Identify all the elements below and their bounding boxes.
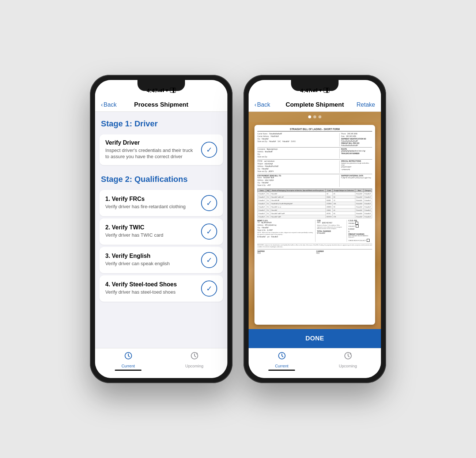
tab-current-right[interactable]: Current [249, 351, 315, 371]
verify-english-title: 3. Verify English [105, 253, 170, 259]
stage2-title: Stage 2: Qualifications [101, 175, 188, 184]
status-bar-left: 4:47 ▾ ▐ [138, 80, 184, 96]
verify-shoes-check[interactable]: ✓ [201, 280, 217, 297]
nav-bar-left: ‹ Back Process Shipment [95, 98, 227, 112]
back-button-right[interactable]: ‹ Back [254, 102, 270, 108]
tab-bar-left: Current Upcoming [95, 348, 227, 378]
verify-twic-check[interactable]: ✓ [201, 224, 217, 240]
tab-upcoming-label-left: Upcoming [185, 364, 204, 368]
done-button[interactable]: DONE [249, 329, 381, 348]
verify-frcs-card[interactable]: 1. Verify FRCs Verify driver has fire-re… [99, 190, 223, 216]
nav-title-left: Process Shipment [134, 101, 188, 108]
signal-icon-left [158, 88, 164, 92]
verify-english-check[interactable]: ✓ [201, 252, 217, 268]
check-icon-frcs: ✓ [206, 199, 212, 207]
left-phone: 4:47 ▾ ▐ ‹ [90, 75, 233, 383]
tab-upcoming-right[interactable]: Upcoming [315, 351, 381, 371]
verify-driver-desc: Inspect driver's credentials and their t… [105, 148, 193, 160]
signal-icon-right [311, 88, 317, 92]
chevron-left-icon-left: ‹ [101, 102, 103, 108]
upcoming-icon-right [344, 351, 352, 362]
verify-twic-card[interactable]: 2. Verify TWIC Verify driver has TWIC ca… [99, 218, 223, 245]
verify-frcs-title: 1. Verify FRCs [105, 196, 186, 202]
verify-shoes-desc: Verify driver has steel-toed shoes [105, 289, 177, 295]
tab-current-label-right: Current [275, 364, 288, 368]
tab-upcoming-left[interactable]: Upcoming [161, 351, 227, 371]
wifi-icon-left: ▾ [166, 88, 168, 93]
page-dots [249, 112, 381, 122]
scanner-container: STRAIGHT BILL OF LADING - SHORT FORM Car… [249, 112, 381, 329]
back-label-right: Back [257, 102, 270, 108]
status-time-right: 4:47 [300, 87, 311, 93]
stage1-header: Stage 1: Driver [95, 112, 227, 132]
verify-english-desc: Verify driver can speak english [105, 261, 170, 267]
page-dot-3 [318, 115, 321, 118]
nav-bar-right: ‹ Back Complete Shipment Retake [249, 98, 381, 112]
verify-frcs-desc: Verify driver has fire-retardant clothin… [105, 204, 186, 210]
verify-shoes-card[interactable]: 4. Verify Steel-toed Shoes Verify driver… [99, 275, 223, 302]
verify-driver-check[interactable]: ✓ [201, 142, 217, 158]
verify-twic-title: 2. Verify TWIC [105, 224, 163, 231]
verify-frcs-text: 1. Verify FRCs Verify driver has fire-re… [105, 196, 186, 210]
verify-twic-desc: Verify driver has TWIC card [105, 232, 163, 238]
battery-icon-left: ▐ [170, 88, 176, 93]
back-label-left: Back [103, 102, 117, 108]
status-icons-right: ▾ ▐ [311, 88, 329, 93]
tab-current-left[interactable]: Current [95, 351, 161, 371]
tab-bar-right: Current Upcoming [249, 348, 381, 378]
back-button-left[interactable]: ‹ Back [101, 102, 117, 108]
tab-underline-right [268, 370, 295, 371]
tab-current-label-left: Current [121, 364, 135, 368]
wifi-icon-right: ▾ [319, 88, 322, 93]
battery-icon-right: ▐ [324, 88, 329, 93]
stage1-title: Stage 1: Driver [101, 119, 158, 128]
status-bar-right: 4:47 ▾ ▐ [291, 80, 338, 96]
bol-table: UnitsHQKinds of Packaging, Description o… [257, 188, 372, 218]
chevron-left-icon-right: ‹ [254, 102, 256, 108]
left-content[interactable]: Stage 1: Driver Verify Driver Inspect dr… [95, 112, 227, 348]
notch-area-left: 4:47 ▾ ▐ [95, 80, 227, 98]
verify-frcs-check[interactable]: ✓ [201, 195, 217, 211]
retake-button[interactable]: Retake [356, 102, 375, 108]
doc-bottom-section: REMIT C.O.D. TO dfg dfhudhtuth Address 3… [257, 220, 372, 242]
verify-english-text: 3. Verify English Verify driver can spea… [105, 253, 170, 267]
verify-shoes-title: 4. Verify Steel-toed Shoes [105, 281, 177, 288]
check-icon-english: ✓ [206, 256, 212, 264]
verify-shoes-text: 4. Verify Steel-toed Shoes Verify driver… [105, 281, 177, 295]
verify-driver-title: Verify Driver [105, 140, 193, 146]
tab-upcoming-label-right: Upcoming [339, 364, 357, 368]
check-icon-driver: ✓ [206, 145, 212, 154]
verify-driver-card[interactable]: Verify Driver Inspect driver's credentia… [99, 134, 223, 165]
status-time-left: 4:47 [147, 87, 158, 93]
page-dot-2 [313, 115, 316, 118]
page-dot-1 [308, 115, 311, 118]
stage2-header: Stage 2: Qualifications [95, 167, 227, 188]
verify-driver-text: Verify Driver Inspect driver's credentia… [105, 140, 193, 160]
upcoming-icon-left [190, 351, 199, 362]
nav-title-right: Complete Shipment [286, 101, 344, 108]
verify-twic-text: 2. Verify TWIC Verify driver has TWIC ca… [105, 224, 163, 238]
current-icon-left [124, 351, 133, 362]
verify-english-card[interactable]: 3. Verify English Verify driver can spea… [99, 247, 223, 273]
tab-underline-left [115, 370, 141, 371]
screenshot-container: 4:47 ▾ ▐ ‹ [7, 68, 469, 390]
check-icon-twic: ✓ [206, 227, 212, 236]
check-icon-shoes: ✓ [206, 284, 212, 293]
document-card: STRAIGHT BILL OF LADING - SHORT FORM Car… [254, 125, 375, 325]
doc-title: STRAIGHT BILL OF LADING - SHORT FORM [257, 128, 372, 131]
notch-area-right: 4:47 ▾ ▐ [249, 80, 381, 98]
right-phone: 4:47 ▾ ▐ ‹ [243, 75, 386, 383]
status-icons-left: ▾ ▐ [158, 88, 175, 93]
current-icon-right [277, 351, 286, 362]
